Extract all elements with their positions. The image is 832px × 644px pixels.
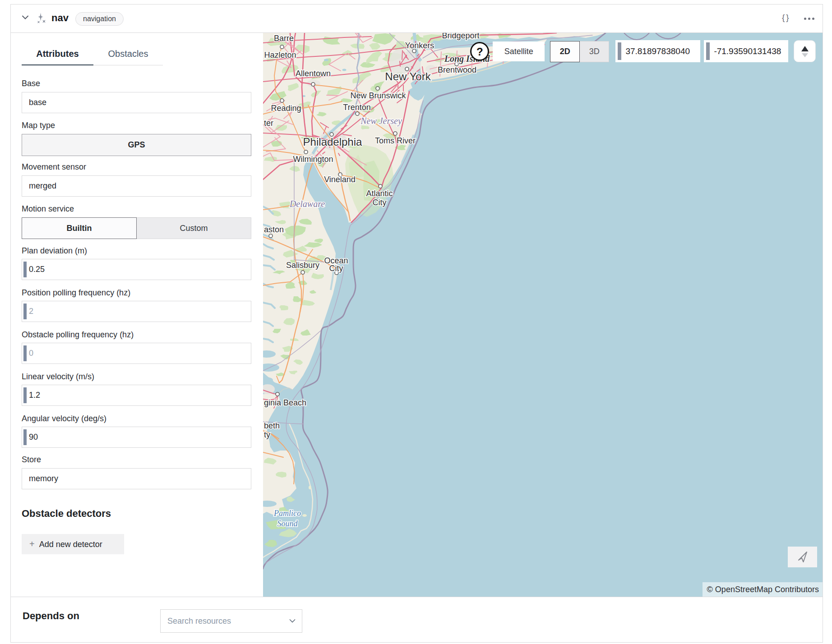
svg-text:aston: aston — [264, 225, 284, 234]
svg-text:New York: New York — [385, 70, 431, 83]
svg-text:Delaware: Delaware — [289, 199, 325, 209]
svg-text:beth: beth — [264, 421, 280, 430]
svg-text:ty: ty — [264, 430, 270, 439]
svg-text:Wilmington: Wilmington — [293, 155, 333, 164]
svg-text:Bridgeport: Bridgeport — [442, 33, 480, 40]
svg-text:ter: ter — [264, 119, 273, 128]
svg-text:Atlantic: Atlantic — [366, 189, 393, 198]
svg-text:Trenton: Trenton — [343, 103, 371, 112]
svg-text:City: City — [373, 198, 387, 207]
svg-text:Pamlico: Pamlico — [273, 509, 301, 518]
svg-text:Reading: Reading — [271, 104, 301, 113]
svg-text:New Jersey: New Jersey — [361, 116, 402, 126]
svg-text:City: City — [329, 264, 343, 273]
svg-text:New Brunswick: New Brunswick — [351, 91, 407, 100]
svg-text:Sound: Sound — [277, 519, 298, 528]
svg-text:ginia Beach: ginia Beach — [264, 398, 306, 407]
svg-text:Philadelphia: Philadelphia — [303, 136, 362, 148]
svg-text:Allentown: Allentown — [296, 69, 331, 78]
svg-text:Salisbury: Salisbury — [286, 261, 319, 270]
svg-text:Barre: Barre — [274, 34, 294, 43]
svg-text:Toms River: Toms River — [375, 136, 416, 145]
svg-text:Vineland: Vineland — [324, 175, 356, 184]
svg-text:Hazleton: Hazleton — [264, 51, 296, 60]
svg-text:Brentwood: Brentwood — [438, 65, 476, 74]
svg-text:Yonkers: Yonkers — [405, 41, 434, 50]
